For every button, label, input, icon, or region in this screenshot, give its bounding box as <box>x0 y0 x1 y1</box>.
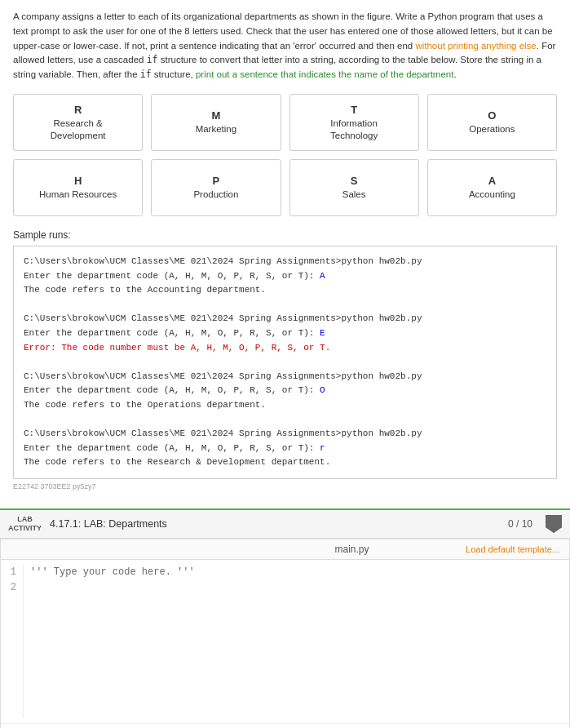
run-3: C:\Users\brokow\UCM Classes\ME 021\2024 … <box>24 370 546 413</box>
dept-letter-s: S <box>351 175 358 187</box>
dept-name-o: Operations <box>469 123 515 135</box>
editor-header: main.py Load default template... <box>1 539 569 560</box>
run-2: C:\Users\brokow\UCM Classes\ME 021\2024 … <box>24 312 546 355</box>
lab-title: 4.17.1: LAB: Departments <box>50 518 500 530</box>
output-1: The code refers to the Accounting depart… <box>24 285 266 295</box>
dept-letter-h: H <box>74 175 82 187</box>
terminal-id: E22742 3703EE2 py5zy7 <box>13 482 557 491</box>
output-4: The code refers to the Research & Develo… <box>24 457 330 467</box>
dept-letter-p: P <box>213 175 220 187</box>
dept-letter-m: M <box>211 109 220 122</box>
resize-handle[interactable]: ↘ <box>1 723 569 728</box>
dept-name-s: Sales <box>342 189 366 201</box>
line-numbers: 1 2 <box>1 565 24 718</box>
lab-activity-bar: LAB ACTIVITY 4.17.1: LAB: Departments 0 … <box>0 508 570 539</box>
dept-name-t: InformationTechnology <box>330 118 378 142</box>
input-3: O <box>320 385 325 395</box>
dept-letter-t: T <box>351 104 357 116</box>
dept-name-r: Research &Development <box>51 118 106 142</box>
output-2: Error: The code number must be A, H, M, … <box>24 343 330 353</box>
code-line-2 <box>30 580 563 596</box>
cmd-3: C:\Users\brokow\UCM Classes\ME 021\2024 … <box>24 371 422 381</box>
sample-runs-label: Sample runs: <box>13 229 557 241</box>
input-4: r <box>320 443 325 453</box>
flag-icon <box>546 515 562 533</box>
dept-letter-r: R <box>74 104 82 116</box>
dept-card-t: T InformationTechnology <box>289 94 419 151</box>
highlight-print-sentence: print out a sentence that indicates the … <box>196 69 453 79</box>
dept-card-a: A Accounting <box>427 159 557 216</box>
cmd-2: C:\Users\brokow\UCM Classes\ME 021\2024 … <box>24 313 422 323</box>
dept-name-h: Human Resources <box>39 189 117 201</box>
dept-card-o: O Operations <box>427 94 557 151</box>
code-line-1: ''' Type your code here. ''' <box>30 565 563 580</box>
highlight-without-printing: without printing anything else <box>415 41 536 51</box>
department-grid: R Research &Development M Marketing T In… <box>13 94 557 216</box>
cmd-1: C:\Users\brokow\UCM Classes\ME 021\2024 … <box>24 256 422 266</box>
lab-tag: LAB ACTIVITY <box>8 515 42 533</box>
dept-card-s: S Sales <box>289 159 419 216</box>
dept-name-a: Accounting <box>469 189 515 201</box>
prompt-4: Enter the department code (A, H, M, O, P… <box>24 443 320 453</box>
code-if-2: if <box>140 69 152 80</box>
dept-card-p: P Production <box>151 159 281 216</box>
run-4: C:\Users\brokow\UCM Classes\ME 021\2024 … <box>24 427 546 470</box>
dept-card-h: H Human Resources <box>13 159 143 216</box>
dept-letter-o: O <box>488 109 496 122</box>
code-editor: main.py Load default template... 1 2 '''… <box>0 539 570 728</box>
cmd-4: C:\Users\brokow\UCM Classes\ME 021\2024 … <box>24 428 422 438</box>
code-content[interactable]: ''' Type your code here. ''' <box>24 565 569 718</box>
output-3: The code refers to the Operations depart… <box>24 400 266 410</box>
code-area[interactable]: 1 2 ''' Type your code here. ''' <box>1 560 569 723</box>
input-1: A <box>320 271 325 281</box>
dept-name-p: Production <box>193 189 238 201</box>
run-1: C:\Users\brokow\UCM Classes\ME 021\2024 … <box>24 255 546 298</box>
dept-name-m: Marketing <box>196 123 237 135</box>
dept-card-m: M Marketing <box>151 94 281 151</box>
prompt-2: Enter the department code (A, H, M, O, P… <box>24 328 320 338</box>
dept-card-r: R Research &Development <box>13 94 143 151</box>
dept-letter-a: A <box>488 175 496 187</box>
terminal-output: C:\Users\brokow\UCM Classes\ME 021\2024 … <box>13 246 557 479</box>
prompt-1: Enter the department code (A, H, M, O, P… <box>24 271 320 281</box>
description-text: A company assigns a letter to each of it… <box>13 10 557 82</box>
editor-filename: main.py <box>238 544 466 555</box>
lab-score: 0 / 10 <box>508 518 532 530</box>
prompt-3: Enter the department code (A, H, M, O, P… <box>24 385 320 395</box>
input-2: E <box>320 328 325 338</box>
code-if-1: if <box>147 54 158 65</box>
load-template-button[interactable]: Load default template... <box>466 544 559 554</box>
